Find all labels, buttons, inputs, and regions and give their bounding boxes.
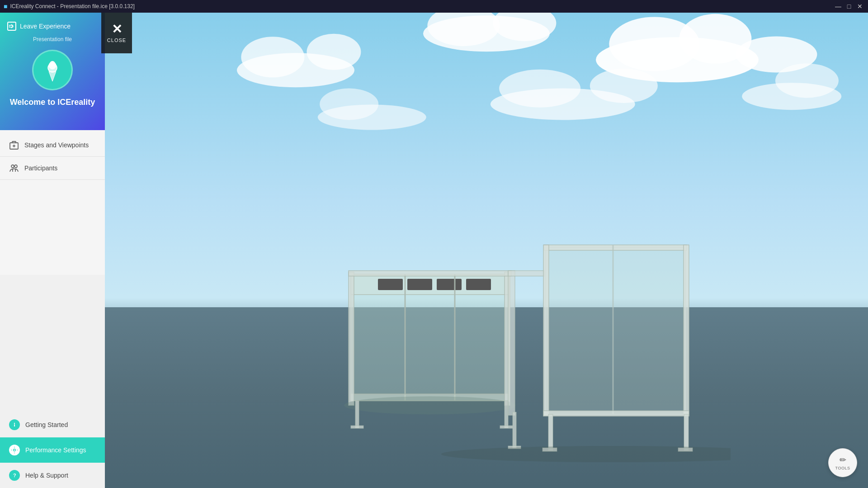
- help-icon: ?: [9, 470, 20, 481]
- window-close-button[interactable]: ✕: [855, 2, 864, 11]
- maximize-button[interactable]: □: [844, 2, 854, 11]
- clouds-svg: [105, 13, 868, 274]
- svg-point-22: [491, 89, 635, 120]
- svg-point-27: [742, 83, 841, 110]
- svg-rect-31: [378, 279, 403, 290]
- sidebar-item-performance-settings[interactable]: Performance Settings: [0, 437, 105, 463]
- svg-point-13: [609, 17, 699, 71]
- svg-point-14: [679, 14, 751, 64]
- svg-point-7: [11, 165, 14, 168]
- app-icon: ■: [4, 3, 7, 10]
- svg-rect-40: [349, 271, 511, 276]
- svg-rect-32: [407, 279, 432, 290]
- svg-point-28: [775, 63, 839, 98]
- svg-rect-47: [508, 271, 544, 276]
- svg-rect-51: [544, 245, 687, 250]
- svg-point-18: [493, 13, 556, 41]
- scene-svg: [324, 238, 731, 464]
- svg-point-20: [241, 37, 304, 77]
- svg-point-24: [590, 69, 658, 103]
- sidebar-item-participants[interactable]: Participants: [0, 157, 105, 180]
- sidebar: Leave Experience Presentation file Welco…: [0, 13, 105, 488]
- sidebar-spacer: [0, 275, 105, 412]
- sidebar-nav: Stages and Viewpoints Participants: [0, 130, 105, 275]
- svg-point-17: [427, 13, 500, 46]
- gear-icon: [9, 445, 20, 455]
- svg-point-23: [499, 70, 580, 108]
- sidebar-item-getting-started[interactable]: Getting Started: [0, 412, 105, 437]
- svg-point-25: [318, 104, 426, 130]
- sidebar-bottom: Getting Started Performance Settings ?: [0, 412, 105, 488]
- sidebar-item-stages[interactable]: Stages and Viewpoints: [0, 134, 105, 157]
- svg-rect-53: [684, 245, 689, 416]
- svg-rect-46: [508, 271, 515, 415]
- svg-rect-48: [513, 412, 516, 448]
- svg-point-9: [14, 423, 15, 424]
- svg-point-26: [320, 89, 378, 120]
- svg-point-12: [596, 37, 759, 82]
- minimize-button[interactable]: —: [834, 2, 843, 11]
- info-icon: [9, 419, 20, 430]
- help-support-label: Help & Support: [25, 472, 68, 479]
- presentation-label: Presentation file: [7, 36, 98, 42]
- 3d-viewport[interactable]: ✏ TOOLS: [105, 13, 868, 488]
- close-x-icon: ✕: [112, 23, 122, 36]
- svg-point-16: [423, 15, 550, 52]
- svg-point-41: [344, 396, 516, 414]
- svg-rect-43: [505, 401, 508, 428]
- svg-point-8: [14, 165, 17, 168]
- svg-rect-33: [437, 279, 462, 290]
- close-panel-button[interactable]: ✕ CLOSE: [101, 13, 132, 53]
- svg-point-15: [736, 37, 817, 73]
- svg-rect-44: [351, 426, 363, 428]
- svg-rect-34: [466, 279, 491, 290]
- sidebar-header: Leave Experience Presentation file Welco…: [0, 13, 105, 130]
- cloud-layer: [105, 13, 868, 274]
- svg-point-3: [50, 61, 55, 66]
- participants-icon: [9, 163, 19, 173]
- svg-rect-56: [548, 414, 553, 450]
- svg-rect-50: [545, 247, 685, 414]
- svg-rect-57: [684, 414, 689, 450]
- svg-point-21: [307, 34, 361, 70]
- svg-point-60: [441, 446, 731, 462]
- getting-started-label: Getting Started: [25, 421, 68, 428]
- leave-experience-label: Leave Experience: [20, 23, 71, 30]
- svg-rect-10: [14, 424, 15, 427]
- svg-rect-38: [349, 272, 354, 405]
- svg-rect-45: [500, 426, 513, 428]
- leave-icon: [7, 22, 16, 31]
- svg-point-19: [237, 53, 354, 87]
- window-title: ICEreality Connect - Presentation file.i…: [10, 3, 134, 9]
- pencil-icon: ✏: [840, 455, 846, 465]
- stages-label: Stages and Viewpoints: [24, 141, 89, 149]
- title-bar: ■ ICEreality Connect - Presentation file…: [0, 0, 868, 13]
- app-logo: [32, 50, 73, 90]
- title-bar-info: ■ ICEreality Connect - Presentation file…: [4, 3, 135, 10]
- leave-experience-button[interactable]: Leave Experience: [7, 22, 71, 31]
- close-panel-label: CLOSE: [107, 38, 126, 43]
- svg-rect-42: [355, 401, 359, 428]
- tools-button[interactable]: ✏ TOOLS: [828, 448, 857, 477]
- main-container: Leave Experience Presentation file Welco…: [0, 13, 868, 488]
- svg-rect-52: [543, 245, 549, 416]
- stages-icon: [9, 140, 19, 150]
- window-controls: — □ ✕: [834, 2, 864, 11]
- sidebar-item-help-support[interactable]: ? Help & Support: [0, 463, 105, 488]
- svg-rect-55: [543, 411, 689, 416]
- svg-text:?: ?: [13, 473, 16, 478]
- performance-settings-label: Performance Settings: [25, 446, 86, 454]
- participants-label: Participants: [24, 164, 57, 172]
- tools-label: TOOLS: [835, 466, 850, 470]
- welcome-title: Welcome to ICEreality: [10, 98, 95, 107]
